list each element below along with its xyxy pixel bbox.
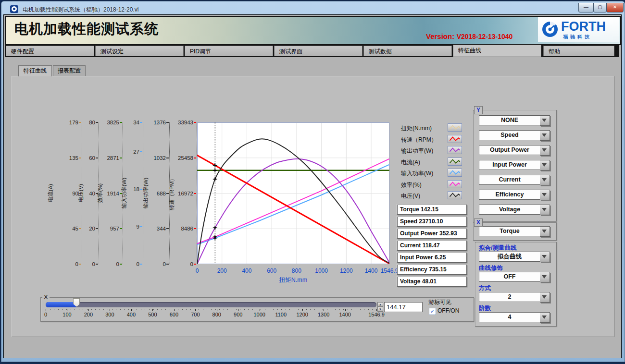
- y-axis-select-3-button[interactable]: [540, 145, 550, 156]
- tab-帮助[interactable]: 帮助: [543, 46, 614, 56]
- fit-select-2[interactable]: 2: [479, 292, 540, 302]
- fit-select-3[interactable]: 4: [479, 312, 540, 322]
- fit-select-0[interactable]: 拟合曲线: [479, 252, 540, 262]
- y-axis-select-5-button[interactable]: [540, 175, 550, 185]
- dropdown-arrow-icon: [542, 208, 547, 211]
- y-axis-select-4-button[interactable]: [540, 160, 550, 170]
- y-axis-select-3[interactable]: Output Power: [479, 145, 540, 155]
- y-tick-mark: [194, 193, 196, 194]
- x-tick-label: 800: [286, 267, 307, 274]
- y-tick-mark: [140, 122, 142, 123]
- x-axis-select[interactable]: Torque: [479, 226, 540, 236]
- y-tick-mark: [194, 158, 196, 158]
- legend-swatch-2[interactable]: [448, 146, 462, 154]
- y-tick-mark: [194, 228, 196, 229]
- legend-swatch-5[interactable]: [448, 180, 462, 188]
- x-slider-fill: [46, 302, 76, 307]
- desktop-background: 电机加载性能测试系统（福驰）2018-12-20.vi — ▢ ✕ 电机加载性能…: [0, 0, 625, 364]
- y-tick-label: 957: [97, 225, 119, 232]
- subtab-特征曲线[interactable]: 特征曲线: [18, 65, 52, 76]
- legend-swatch-1[interactable]: [448, 135, 462, 143]
- y-axis-select-6-button[interactable]: [540, 190, 550, 200]
- dropdown-arrow-icon: [542, 315, 547, 319]
- y-axis-select-2[interactable]: Speed: [479, 130, 540, 140]
- x-tick-label: 400: [236, 267, 257, 274]
- cursor-readout-2: Output Power 352.93: [397, 229, 467, 239]
- y-tick-label: 9: [117, 223, 139, 230]
- dropdown-arrow-icon: [542, 193, 547, 196]
- cursor-visible-label: 游标可见: [428, 298, 451, 306]
- fit-select-1[interactable]: OFF: [479, 272, 540, 282]
- y-axis-select-1[interactable]: NONE: [479, 115, 540, 125]
- fit-select-3-button[interactable]: [540, 312, 550, 323]
- fit-label-0: 拟合/测量曲线: [479, 244, 516, 252]
- legend-swatch-0[interactable]: [448, 123, 462, 132]
- fit-label-1: 曲线修饰: [479, 264, 503, 272]
- ruler-tick-label: 200: [78, 312, 99, 318]
- x-axis-title: 扭矩N.mm: [269, 276, 317, 284]
- fit-select-2-button[interactable]: [540, 292, 550, 303]
- fit-label-2: 方式: [479, 284, 491, 292]
- y-tick-label: 1376: [144, 119, 166, 126]
- y-axis-select-6[interactable]: Efficiency: [479, 190, 540, 200]
- y-axis-name: 转速（RPM）: [168, 169, 175, 217]
- cursor-onoff-label: OFF/ON: [438, 307, 459, 314]
- x-axis-select-button[interactable]: [540, 226, 550, 237]
- y-axis-select-1-button[interactable]: [540, 115, 550, 126]
- ruler-tick: [88, 309, 89, 311]
- legend-label-2: 输出功率(W): [401, 147, 433, 155]
- dropdown-arrow-icon: [542, 275, 547, 279]
- y-axis-name: 输入功率(W): [121, 169, 127, 217]
- subtab-报表配置[interactable]: 报表配置: [53, 65, 86, 76]
- ruler-tick-label: 1100: [270, 312, 291, 318]
- legend-label-4: 输入功率(W): [401, 170, 433, 178]
- dropdown-arrow-icon: [542, 230, 547, 233]
- y-axis-select-5[interactable]: Current: [479, 175, 540, 185]
- dropdown-arrow-icon: [542, 163, 547, 167]
- legend-swatch-3[interactable]: [448, 158, 462, 166]
- legend-swatch-4[interactable]: [448, 169, 462, 177]
- chart-plot-area[interactable]: [197, 122, 389, 264]
- legend-swatch-6[interactable]: [448, 191, 462, 199]
- cursor-readout-5: Efficiency 735.15: [397, 265, 467, 275]
- tab-测试数据[interactable]: 测试数据: [363, 46, 452, 56]
- y-tick-mark: [194, 122, 196, 123]
- y-scale-line-5: [197, 122, 197, 264]
- legend-label-5: 效率(%): [401, 181, 422, 189]
- tab-硬件配置[interactable]: 硬件配置: [6, 46, 94, 56]
- y-axis-select-2-button[interactable]: [540, 130, 550, 141]
- tab-测试设定[interactable]: 测试设定: [95, 46, 184, 56]
- y-axis-select-7[interactable]: Voltage: [479, 205, 540, 215]
- tab-特征曲线[interactable]: 特征曲线: [453, 45, 541, 57]
- y-tick-label: 60: [73, 155, 95, 161]
- y-tick-mark: [166, 264, 169, 265]
- y-axis-select-4[interactable]: Input Power: [479, 160, 540, 170]
- legend-label-0: 扭矩(N.mm): [401, 124, 432, 133]
- cursor-readout-1: Speed 23710.10: [397, 217, 467, 227]
- slider-decrement-button[interactable]: ▼: [377, 307, 383, 312]
- fit-select-0-button[interactable]: [540, 252, 550, 262]
- y-axis-name: 电流(A): [47, 169, 54, 217]
- slider-increment-button[interactable]: ▲: [377, 302, 383, 307]
- cursor-readout-6: Voltage 48.01: [397, 277, 467, 287]
- tab-PID调节[interactable]: PID调节: [185, 46, 273, 56]
- y-axis-name: 效率(%): [97, 169, 103, 217]
- fit-select-1-button[interactable]: [540, 272, 550, 282]
- x-panel-tag: X: [474, 218, 483, 227]
- ruler-tick-label: 600: [163, 312, 185, 318]
- ruler-tick-label: 1546.9: [366, 312, 387, 318]
- tab-测试界面[interactable]: 测试界面: [274, 46, 362, 56]
- dropdown-arrow-icon: [542, 119, 547, 122]
- y-tick-mark: [166, 228, 169, 229]
- x-tick-label: 1000: [311, 267, 332, 274]
- x-slider-track[interactable]: [46, 302, 376, 307]
- y-axis-select-7-button[interactable]: [540, 205, 550, 215]
- dropdown-arrow-icon: [542, 148, 547, 152]
- ruler-tick-label: 1300: [313, 312, 334, 318]
- stage: 扭矩N.mm Y X X ▲ ▼ 144.17 游标可见 ✓ OFF/ON 硬件…: [0, 0, 625, 364]
- ruler-tick-label: 0: [35, 312, 56, 318]
- cursor-position-input[interactable]: 144.17: [384, 302, 423, 312]
- cursor-visible-checkbox[interactable]: ✓: [429, 308, 436, 315]
- x-tick-label: 1200: [336, 267, 357, 274]
- ruler-tick: [217, 309, 217, 311]
